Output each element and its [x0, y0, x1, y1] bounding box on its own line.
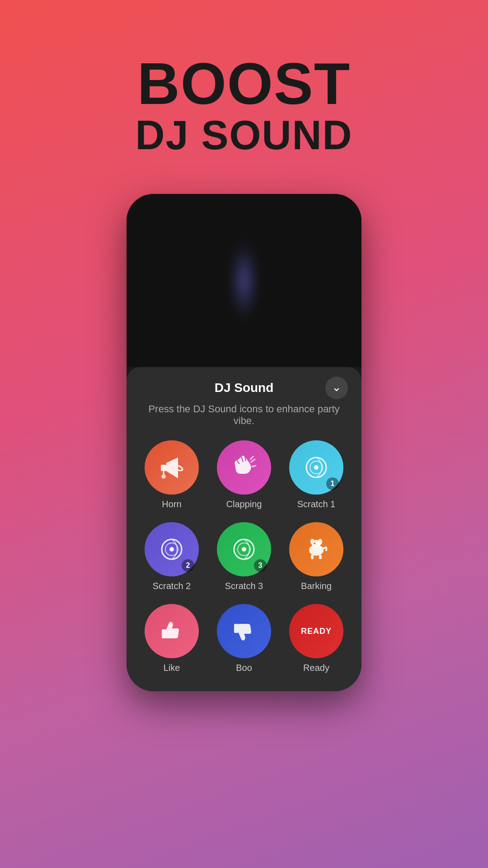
screen-glow: [237, 240, 251, 321]
svg-rect-16: [311, 555, 314, 559]
sound-item-barking[interactable]: Barking: [285, 522, 348, 591]
scratch1-button[interactable]: 1: [289, 440, 343, 495]
sheet-title: DJ Sound: [215, 381, 274, 395]
sound-item-boo[interactable]: Boo: [212, 604, 276, 673]
horn-button[interactable]: [145, 440, 199, 495]
sound-item-horn[interactable]: Horn: [140, 440, 203, 509]
ready-text: READY: [301, 627, 332, 636]
sound-item-scratch1[interactable]: 1 Scratch 1: [285, 440, 348, 509]
clapping-button[interactable]: [217, 440, 271, 495]
scratch1-label: Scratch 1: [297, 499, 335, 509]
collapse-button[interactable]: [325, 377, 348, 399]
sound-item-scratch2[interactable]: 2 Scratch 2: [140, 522, 203, 591]
svg-point-5: [314, 465, 319, 470]
phone-mockup: DJ Sound Press the DJ Sound icons to enh…: [127, 194, 361, 691]
ready-button[interactable]: READY: [289, 604, 343, 658]
scratch2-icon: [157, 535, 186, 564]
svg-point-18: [314, 542, 315, 544]
ready-label: Ready: [303, 663, 329, 673]
scratch3-icon: [230, 535, 258, 564]
sheet-header: DJ Sound: [140, 381, 348, 395]
svg-rect-20: [234, 624, 239, 633]
scratch3-button[interactable]: 3: [217, 522, 271, 576]
barking-label: Barking: [301, 581, 332, 591]
clapping-icon: [230, 453, 258, 482]
barking-button[interactable]: [289, 522, 343, 576]
svg-point-8: [169, 547, 174, 552]
dj-sound-sheet: DJ Sound Press the DJ Sound icons to enh…: [127, 367, 361, 691]
phone-screen: [127, 194, 361, 367]
barking-icon: [302, 535, 331, 564]
like-label: Like: [164, 663, 180, 673]
clapping-label: Clapping: [226, 499, 262, 509]
horn-icon: [157, 453, 186, 482]
sheet-description: Press the DJ Sound icons to enhance part…: [140, 403, 348, 427]
boo-label: Boo: [236, 663, 252, 673]
title-dj: DJ SOUND: [135, 113, 352, 158]
scratch2-badge: 2: [182, 559, 194, 572]
svg-rect-19: [162, 629, 166, 638]
horn-label: Horn: [162, 499, 181, 509]
svg-rect-17: [319, 555, 322, 559]
like-button[interactable]: [145, 604, 199, 658]
svg-point-11: [242, 547, 246, 552]
title-boost: BOOST: [135, 54, 352, 113]
svg-point-1: [161, 474, 166, 479]
sound-item-scratch3[interactable]: 3 Scratch 3: [212, 522, 276, 591]
scratch3-badge: 3: [254, 559, 267, 572]
like-icon: [157, 617, 186, 646]
sound-item-ready[interactable]: READY Ready: [285, 604, 348, 673]
scratch1-badge: 1: [326, 477, 339, 490]
boo-icon: [230, 617, 258, 646]
header: BOOST DJ SOUND: [135, 54, 352, 158]
scratch2-label: Scratch 2: [153, 581, 191, 591]
svg-rect-0: [161, 465, 166, 471]
sound-item-clapping[interactable]: Clapping: [212, 440, 276, 509]
scratch3-label: Scratch 3: [225, 581, 263, 591]
sound-item-like[interactable]: Like: [140, 604, 203, 673]
boo-button[interactable]: [217, 604, 271, 658]
scratch1-icon: [302, 453, 331, 482]
sound-grid: Horn Clapping: [140, 440, 348, 673]
scratch2-button[interactable]: 2: [145, 522, 199, 576]
